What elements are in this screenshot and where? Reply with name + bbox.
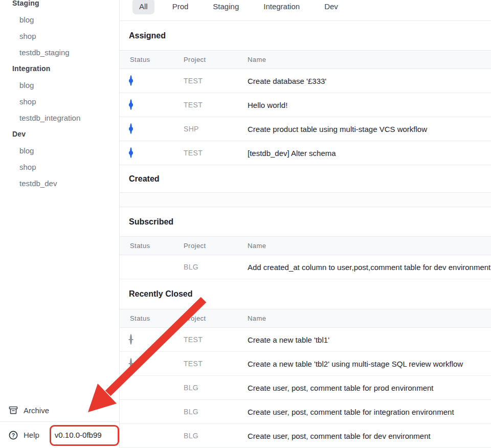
svg-text:?: ?: [12, 432, 15, 438]
column-header-status: Status: [120, 242, 184, 250]
section-title-created: Created: [120, 165, 491, 192]
column-header-status: Status: [120, 315, 184, 322]
column-header-name: Name: [248, 242, 491, 250]
issue-row[interactable]: BLG Add created_at column to user,post,c…: [120, 255, 491, 279]
version-badge: v0.10.0-0fb99: [55, 431, 102, 439]
issue-name: Create user, post, comment table for int…: [248, 408, 491, 416]
sidebar-item-testdb-dev[interactable]: testdb_dev: [0, 175, 119, 191]
sidebar-footer: Archive ? Help v0.10.0-0fb99: [0, 399, 119, 448]
sidebar-item-testdb-staging[interactable]: testdb_staging: [0, 44, 119, 60]
issue-project: TEST: [184, 101, 248, 109]
issue-name: Create a new table 'tbl2' using multi-st…: [248, 360, 491, 368]
issue-row[interactable]: TEST Hello world!: [120, 93, 491, 117]
tab-dev[interactable]: Dev: [318, 0, 345, 14]
column-header-project: Project: [184, 315, 248, 322]
empty-section-row: [120, 192, 491, 207]
status-canceled-icon: [130, 358, 132, 369]
env-group-staging: Staging: [0, 0, 119, 11]
issue-project: BLG: [184, 432, 248, 440]
table-header: Status Project Name: [120, 50, 491, 69]
section-title-subscribed: Subscribed: [120, 207, 491, 236]
issue-name: Create a new table 'tbl1': [248, 335, 491, 344]
issue-name: Create user, post, comment table for pro…: [248, 384, 491, 392]
issue-name: [testdb_dev] Alter schema: [248, 149, 491, 158]
issue-row[interactable]: BLG Create user, post, comment table for…: [120, 424, 491, 448]
env-group-dev: Dev: [0, 126, 119, 142]
issue-row[interactable]: TEST Create a new table 'tbl1': [120, 328, 491, 352]
sidebar-item-integration-shop[interactable]: shop: [0, 93, 119, 109]
archive-label: Archive: [24, 406, 49, 415]
issue-row[interactable]: BLG Create user, post, comment table for…: [120, 400, 491, 424]
help-row: ? Help v0.10.0-0fb99: [0, 422, 119, 448]
issue-project: SHP: [184, 125, 248, 133]
sidebar-item-staging-shop[interactable]: shop: [0, 28, 119, 44]
issue-dashboard: All Prod Staging Integration Dev Assigne…: [120, 0, 491, 448]
status-open-icon: [130, 99, 132, 110]
help-icon[interactable]: ?: [8, 430, 18, 440]
issue-project: BLG: [184, 263, 248, 271]
archive-icon: [8, 405, 18, 415]
column-header-project: Project: [184, 56, 248, 63]
environment-tabbar: All Prod Staging Integration Dev: [120, 0, 491, 21]
database-tree: Staging blog shop testdb_staging Integra…: [0, 0, 119, 191]
tab-prod[interactable]: Prod: [166, 0, 195, 14]
issue-row[interactable]: BLG Create user, post, comment table for…: [120, 376, 491, 400]
column-header-name: Name: [248, 56, 491, 63]
sidebar-item-integration-blog[interactable]: blog: [0, 77, 119, 93]
sidebar-item-dev-shop[interactable]: shop: [0, 159, 119, 175]
column-header-project: Project: [184, 242, 248, 250]
issue-name: Create user, post, comment table for dev…: [248, 432, 491, 440]
issue-project: BLG: [184, 384, 248, 392]
table-header: Status Project Name: [120, 236, 491, 255]
table-header: Status Project Name: [120, 309, 491, 328]
issue-row[interactable]: TEST [testdb_dev] Alter schema: [120, 141, 491, 165]
issue-name: Add created_at column to user,post,comme…: [248, 263, 491, 272]
sidebar-item-staging-blog[interactable]: blog: [0, 11, 119, 28]
column-header-name: Name: [248, 315, 491, 322]
section-title-assigned: Assigned: [120, 21, 491, 50]
sidebar-item-testdb-integration[interactable]: testdb_integration: [0, 109, 119, 126]
env-group-integration: Integration: [0, 60, 119, 77]
sidebar-item-dev-blog[interactable]: blog: [0, 142, 119, 159]
issue-project: TEST: [184, 335, 248, 344]
tab-integration[interactable]: Integration: [257, 0, 306, 14]
section-title-recently-closed: Recently Closed: [120, 279, 491, 309]
help-label[interactable]: Help: [24, 431, 39, 439]
issue-row[interactable]: SHP Create product table using multi-sta…: [120, 117, 491, 141]
issue-row[interactable]: TEST Create a new table 'tbl2' using mul…: [120, 352, 491, 376]
column-header-status: Status: [120, 56, 184, 63]
status-open-icon: [130, 123, 132, 134]
status-open-icon: [130, 147, 132, 158]
issue-name: Hello world!: [248, 101, 491, 109]
sidebar: Staging blog shop testdb_staging Integra…: [0, 0, 120, 448]
issue-name: Create product table using multi-stage V…: [248, 125, 491, 133]
status-canceled-icon: [130, 334, 132, 345]
issue-project: TEST: [184, 149, 248, 157]
issue-project: TEST: [184, 77, 248, 85]
issue-name: Create database '£333': [248, 77, 491, 85]
issue-project: BLG: [184, 408, 248, 416]
issue-project: TEST: [184, 360, 248, 368]
archive-button[interactable]: Archive: [0, 399, 119, 422]
app-root: Staging blog shop testdb_staging Integra…: [0, 0, 491, 448]
issue-row[interactable]: TEST Create database '£333': [120, 69, 491, 93]
status-open-icon: [130, 75, 132, 86]
tab-all[interactable]: All: [132, 0, 154, 14]
tab-staging[interactable]: Staging: [206, 0, 246, 14]
